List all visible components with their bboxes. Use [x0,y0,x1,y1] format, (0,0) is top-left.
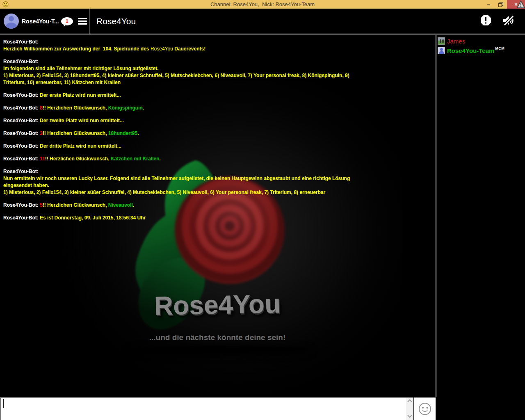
unread-messages-bubble-icon[interactable]: 1 [61,17,73,25]
chat-message: Rose4You-Bot: Der erste Platz wird nun e… [3,92,432,99]
restore-icon [498,2,503,7]
warning-triangle-icon [517,0,525,8]
text-caret [3,399,4,408]
user-list: JamesRose4You-TeamMCM [436,35,525,397]
muted-speaker-icon[interactable] [502,15,514,28]
chat-message: Rose4You-Bot: Der dritte Platz wird nun … [3,143,432,150]
user-rank-badge: MCM [495,46,504,50]
user-list-item[interactable]: James [438,37,525,46]
chat-message: Rose4You-Bot: 11!! Herzlichen Glückwunsc… [3,155,432,162]
chat-message: Rose4You-Bot:Im folgenden sind alle Teil… [3,58,432,86]
chat-message: Rose4You-Bot: 3!! Herzlichen Glückwunsch… [3,130,432,137]
user-name: Rose4You-Team [447,47,494,54]
input-scrollbar[interactable] [406,398,413,420]
unread-count-badge: 1 [66,18,68,24]
window-titlebar: Channel: Rose4You, Nick: Rose4You-Team –… [0,0,525,9]
chat-message: Rose4You-Bot: Der zweite Platz wird nun … [3,117,432,124]
restore-button[interactable] [495,0,507,9]
person-avatar[interactable] [438,47,445,54]
window-title: Channel: Rose4You, Nick: Rose4You-Team [0,1,525,7]
channel-title: Rose4You [96,9,136,34]
user-name: James [447,38,465,45]
scroll-up-icon[interactable] [407,399,412,404]
user-list-item[interactable]: Rose4You-TeamMCM [438,46,525,55]
chat-messages: Rose4You-Bot:Herzlich Willkommen zur Aus… [0,34,436,397]
self-user-panel[interactable]: Rose4You-T... 1 [0,9,89,34]
chat-message: Rose4You-Bot:Herzlich Willkommen zur Aus… [3,39,432,52]
self-name: Rose4You-T... [22,18,59,25]
alert-icon[interactable] [480,15,491,27]
chat-message: Rose4You-Bot: Es ist Donnerstag, 09. Jul… [3,215,432,221]
composer-bar [0,397,525,420]
chat-message: Rose4You-Bot:Nun ermitteln wir noch unse… [3,168,432,196]
scroll-down-icon[interactable] [407,413,412,418]
message-input[interactable] [0,397,413,420]
chat-message: Rose4You-Bot: 5!! Herzlichen Glückwunsch… [3,202,432,209]
minimize-button[interactable]: – [482,0,495,9]
self-avatar[interactable] [4,14,19,29]
menu-hamburger-icon[interactable] [78,18,87,25]
emoji-button[interactable] [414,397,436,420]
photo-avatar[interactable] [438,37,445,45]
smiley-icon [419,403,431,415]
close-button[interactable]: × [507,0,525,9]
chat-header: Rose4You-T... 1 Rose4You [0,9,525,34]
chat-message: Rose4You-Bot: 8!! Herzlichen Glückwunsch… [3,105,432,112]
